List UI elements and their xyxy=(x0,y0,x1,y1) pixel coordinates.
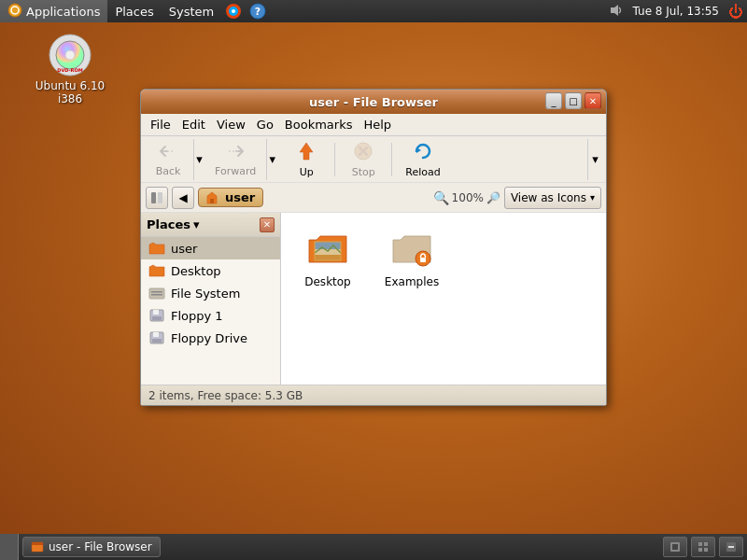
zoom-level: 100% xyxy=(452,191,484,204)
window-controls: _ □ ✕ xyxy=(545,92,601,109)
svg-rect-19 xyxy=(210,199,214,203)
svg-rect-20 xyxy=(149,288,164,299)
power-icon[interactable]: ⏻ xyxy=(728,3,743,21)
floppy1-icon xyxy=(148,308,165,323)
statusbar: 2 items, Free space: 5.3 GB xyxy=(141,385,606,405)
stop-label: Stop xyxy=(352,166,375,178)
sidebar-item-floppy1[interactable]: Floppy 1 xyxy=(141,304,280,327)
sidebar: Places ▾ ✕ user xyxy=(141,213,281,385)
path-back-button[interactable]: ◀ xyxy=(172,187,194,209)
system-menu[interactable]: System xyxy=(162,0,221,22)
minimize-button[interactable]: _ xyxy=(545,92,562,109)
help-icon[interactable]: ? xyxy=(247,1,268,21)
taskbar-right xyxy=(663,537,747,557)
svg-rect-17 xyxy=(151,192,156,203)
taskbar-icon-1[interactable] xyxy=(663,537,687,557)
svg-rect-35 xyxy=(420,258,426,262)
forward-label: Forward xyxy=(215,165,256,177)
dvd-icon: DVD-ROM xyxy=(48,33,92,77)
svg-rect-27 xyxy=(153,332,159,337)
applications-menu[interactable]: Applications xyxy=(0,0,107,22)
stop-icon xyxy=(353,141,374,164)
svg-marker-16 xyxy=(416,147,421,153)
menu-bookmarks[interactable]: Bookmarks xyxy=(279,116,359,133)
toggle-sidebar-button[interactable] xyxy=(146,187,168,209)
sidebar-item-floppy-drive[interactable]: Floppy Drive xyxy=(141,327,280,349)
svg-point-10 xyxy=(65,50,75,60)
toolbar: Back ▾ Forward ▾ Up xyxy=(141,136,606,183)
back-dropdown[interactable]: ▾ xyxy=(193,139,204,180)
stop-button[interactable]: Stop xyxy=(340,139,387,180)
file-area: Desktop E xyxy=(281,213,606,385)
svg-rect-41 xyxy=(704,542,708,546)
sidebar-item-filesystem[interactable]: File System xyxy=(141,282,280,304)
examples-file-icon xyxy=(389,227,434,272)
places-dropdown-icon: ▾ xyxy=(193,217,200,231)
menu-view[interactable]: View xyxy=(211,116,251,133)
apps-icon xyxy=(7,3,22,21)
sidebar-close-button[interactable]: ✕ xyxy=(260,217,275,232)
svg-marker-7 xyxy=(611,5,618,16)
svg-marker-12 xyxy=(300,143,313,160)
content-area: Places ▾ ✕ user xyxy=(141,213,606,385)
back-button[interactable]: Back xyxy=(145,139,191,180)
svg-rect-40 xyxy=(698,542,702,546)
location-path: user xyxy=(198,188,430,207)
up-label: Up xyxy=(300,166,314,178)
zoom-area: 🔍 100% 🔎 xyxy=(433,190,500,205)
file-item-examples[interactable]: Examples xyxy=(374,222,449,293)
clock: Tue 8 Jul, 13:55 xyxy=(627,5,725,18)
panel-left: Applications Places System ? xyxy=(0,0,609,22)
taskbar-left xyxy=(0,534,19,560)
svg-point-0 xyxy=(8,4,21,17)
back-icon xyxy=(158,142,178,163)
window-title: user - File Browser xyxy=(147,95,600,109)
reload-button[interactable]: Reload xyxy=(397,139,448,180)
menu-help[interactable]: Help xyxy=(358,116,397,133)
menu-go[interactable]: Go xyxy=(251,116,279,133)
taskbar-window-button[interactable]: user - File Browser xyxy=(22,537,161,557)
places-menu[interactable]: Places xyxy=(107,0,161,22)
desktop: Applications Places System ? Tue 8 Jul, … xyxy=(0,0,747,560)
volume-icon[interactable] xyxy=(609,3,624,21)
svg-rect-22 xyxy=(151,294,162,296)
forward-icon xyxy=(225,142,246,163)
toolbar-separator-1 xyxy=(334,143,335,176)
desktop-file-label: Desktop xyxy=(304,275,351,288)
places-title[interactable]: Places ▾ xyxy=(147,217,200,231)
maximize-button[interactable]: □ xyxy=(565,92,582,109)
panel-right: Tue 8 Jul, 13:55 ⏻ xyxy=(609,3,747,21)
up-button[interactable]: Up xyxy=(283,139,330,180)
svg-rect-42 xyxy=(698,548,702,552)
taskbar-icon-3[interactable] xyxy=(719,537,743,557)
zoom-in-icon[interactable]: 🔎 xyxy=(486,191,500,204)
forward-dropdown[interactable]: ▾ xyxy=(266,139,277,180)
sidebar-item-desktop[interactable]: Desktop xyxy=(141,259,280,282)
path-user-button[interactable]: user xyxy=(198,188,263,207)
sidebar-item-user[interactable]: user xyxy=(141,237,280,259)
forward-button[interactable]: Forward xyxy=(206,139,264,180)
menubar: File Edit View Go Bookmarks Help xyxy=(141,114,606,136)
svg-text:DVD-ROM: DVD-ROM xyxy=(57,67,82,73)
dvd-icon-label: Ubuntu 6.10 i386 xyxy=(33,79,107,105)
toolbar-end-dropdown[interactable]: ▾ xyxy=(587,139,602,180)
examples-file-label: Examples xyxy=(385,275,439,288)
svg-point-4 xyxy=(232,9,235,13)
zoom-out-icon[interactable]: 🔍 xyxy=(433,190,449,205)
menu-edit[interactable]: Edit xyxy=(176,116,211,133)
close-button[interactable]: ✕ xyxy=(585,92,601,109)
firefox-icon[interactable] xyxy=(223,1,244,21)
user-folder-icon xyxy=(148,241,165,256)
menu-file[interactable]: File xyxy=(145,116,176,133)
svg-rect-21 xyxy=(151,291,162,293)
status-text: 2 items, Free space: 5.3 GB xyxy=(148,389,303,402)
locationbar: ◀ user 🔍 100% 🔎 View as Icons ▾ xyxy=(141,183,606,213)
taskbar-icon-2[interactable] xyxy=(691,537,715,557)
view-mode-select[interactable]: View as Icons ▾ xyxy=(504,187,601,209)
svg-rect-18 xyxy=(158,192,162,203)
sidebar-header: Places ▾ ✕ xyxy=(141,213,280,237)
window-titlebar: user - File Browser _ □ ✕ xyxy=(141,90,606,114)
file-item-desktop[interactable]: Desktop xyxy=(290,222,365,293)
taskbar: user - File Browser xyxy=(0,534,747,560)
dvd-desktop-icon[interactable]: DVD-ROM Ubuntu 6.10 i386 xyxy=(33,33,107,105)
